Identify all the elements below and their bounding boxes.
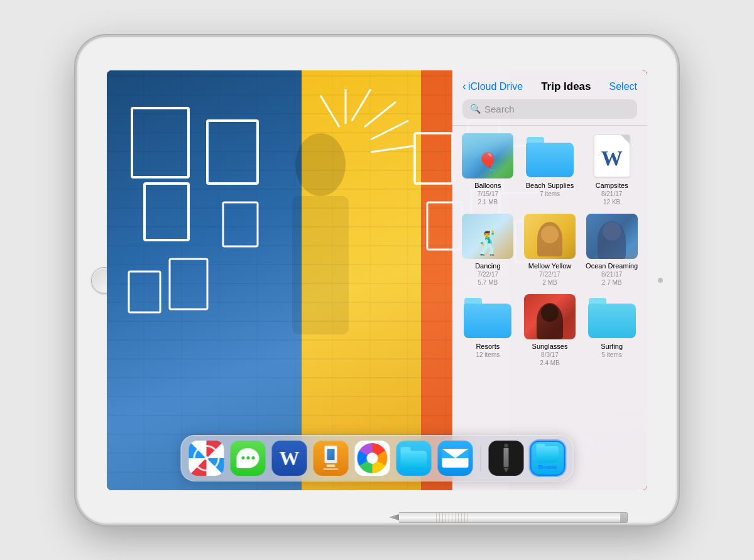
search-bar[interactable]: 🔍 Search	[462, 99, 637, 119]
file-item-resorts[interactable]: Resorts 12 items	[459, 294, 517, 367]
file-item-mellow-yellow[interactable]: Mellow Yellow 7/22/172 MB	[521, 214, 579, 287]
file-meta-sunglasses: 8/3/172.4 MB	[540, 351, 560, 367]
dock-app-keynote[interactable]	[314, 441, 349, 476]
search-icon: 🔍	[470, 104, 481, 114]
file-name-resorts: Resorts	[476, 343, 500, 351]
file-item-surfing[interactable]: Surfing 5 items	[582, 294, 641, 367]
browse-label: Browse	[538, 464, 557, 470]
dock-app-files[interactable]	[396, 441, 432, 476]
file-item-campsites[interactable]: W Campsites 8/21/1712 KB	[582, 133, 641, 206]
file-name-sunglasses: Sunglasses	[532, 343, 568, 351]
files-panel: ‹ iCloud Drive Trip Ideas Select 🔍 Searc…	[452, 70, 647, 490]
apple-pencil	[389, 511, 628, 524]
file-meta-resorts: 12 items	[476, 351, 500, 359]
dock-app-photos[interactable]	[355, 441, 390, 476]
file-item-balloons[interactable]: 🎈 Balloons 7/15/172.1 MB	[459, 133, 517, 206]
chevron-left-icon: ‹	[462, 80, 466, 93]
file-meta-ocean-dreaming: 8/21/172.7 MB	[601, 270, 622, 287]
file-meta-beach-supplies: 7 items	[540, 190, 560, 198]
dock-app-files-browse[interactable]: Browse	[530, 441, 566, 476]
file-meta-campsites: 8/21/1712 KB	[601, 190, 622, 206]
file-meta-surfing: 5 items	[602, 351, 622, 359]
file-name-ocean-dreaming: Ocean Dreaming	[586, 262, 638, 270]
file-item-sunglasses[interactable]: Sunglasses 8/3/172.4 MB	[521, 294, 579, 367]
dock: W	[181, 435, 574, 481]
files-header: ‹ iCloud Drive Trip Ideas Select 🔍 Searc…	[452, 70, 647, 126]
dock-divider	[481, 446, 481, 471]
file-item-dancing[interactable]: 🕺 Dancing 7/22/175.7 MB	[459, 214, 517, 287]
file-name-mellow-yellow: Mellow Yellow	[528, 262, 571, 270]
file-meta-balloons: 7/15/172.1 MB	[478, 190, 498, 206]
dock-app-safari[interactable]	[189, 441, 224, 476]
select-button[interactable]: Select	[609, 81, 637, 92]
file-meta-mellow-yellow: 7/22/172 MB	[539, 270, 560, 287]
file-item-ocean-dreaming[interactable]: Ocean Dreaming 8/21/172.7 MB	[582, 214, 641, 287]
file-name-surfing: Surfing	[601, 343, 623, 351]
camera-dot	[658, 278, 663, 283]
dock-app-pencil[interactable]	[489, 441, 524, 476]
file-name-campsites: Campsites	[596, 182, 628, 190]
ipad-screen: ‹ iCloud Drive Trip Ideas Select 🔍 Searc…	[107, 70, 647, 490]
file-item-beach-supplies[interactable]: Beach Supplies 7 items	[521, 133, 579, 206]
files-nav: ‹ iCloud Drive Trip Ideas Select	[462, 80, 637, 93]
folder-title: Trip Ideas	[523, 80, 609, 93]
dock-app-word[interactable]: W	[272, 441, 307, 476]
file-name-beach-supplies: Beach Supplies	[526, 182, 574, 190]
file-name-dancing: Dancing	[475, 262, 500, 270]
ipad-frame: ‹ iCloud Drive Trip Ideas Select 🔍 Searc…	[75, 35, 679, 525]
search-placeholder: Search	[484, 104, 515, 114]
file-meta-dancing: 7/22/175.7 MB	[478, 270, 498, 287]
back-label: iCloud Drive	[468, 81, 523, 92]
file-name-balloons: Balloons	[474, 182, 501, 190]
back-button[interactable]: ‹ iCloud Drive	[462, 80, 523, 93]
dock-app-mail[interactable]	[438, 441, 473, 476]
dock-app-messages[interactable]	[231, 441, 266, 476]
